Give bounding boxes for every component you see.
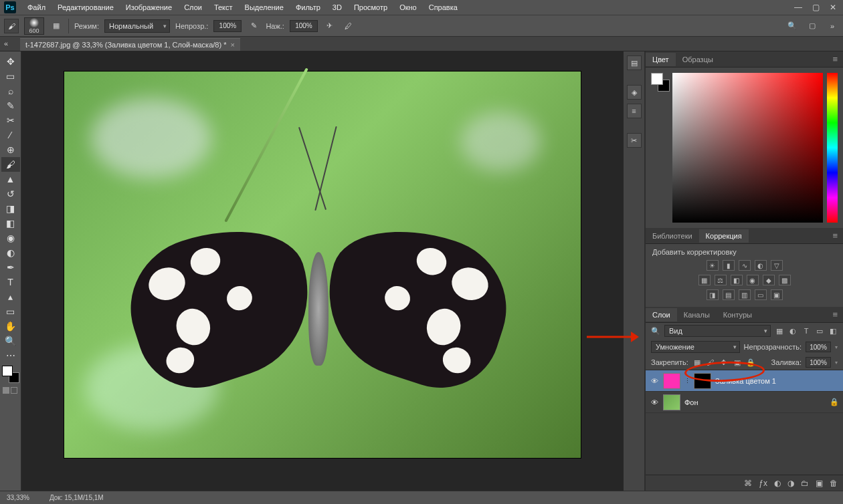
curves-icon[interactable]: ∿ <box>739 260 751 271</box>
brushes-panel-icon[interactable]: ✂ <box>627 133 642 148</box>
layer-row[interactable]: 👁 Фон 🔒 <box>646 392 843 413</box>
menu-window[interactable]: Окно <box>395 1 421 13</box>
quick-select-tool[interactable]: ✎ <box>1 98 20 113</box>
color-swatch[interactable] <box>2 366 19 383</box>
blend-mode-select[interactable]: Умножение <box>651 341 740 353</box>
invert-icon[interactable]: ◨ <box>707 289 719 300</box>
panel-menu-icon[interactable]: ≡ <box>827 231 843 241</box>
mask-icon[interactable]: ◐ <box>774 479 781 488</box>
blur-tool[interactable]: ◉ <box>1 231 20 245</box>
edit-toolbar[interactable]: ⋯ <box>1 348 20 363</box>
fx-icon[interactable]: ƒx <box>759 479 767 488</box>
selective-icon[interactable]: ▣ <box>771 289 783 300</box>
mask-thumbnail[interactable] <box>694 373 711 389</box>
lasso-tool[interactable]: ⌕ <box>1 84 20 98</box>
shape-tool[interactable]: ▭ <box>1 304 20 319</box>
close-icon[interactable]: ✕ <box>827 3 839 12</box>
bw-icon[interactable]: ◧ <box>731 275 743 285</box>
filter-shape-icon[interactable]: ▭ <box>815 326 824 336</box>
filter-pixel-icon[interactable]: ▦ <box>775 326 784 336</box>
lookup-icon[interactable]: ▩ <box>779 275 791 285</box>
layer-opacity-input[interactable]: 100% <box>806 342 831 352</box>
hand-tool[interactable]: ✋ <box>1 319 20 334</box>
lock-all-icon[interactable]: 🔒 <box>746 358 755 367</box>
tab-channels[interactable]: Каналы <box>677 308 717 322</box>
filter-type-icon[interactable]: T <box>802 326 811 336</box>
menu-edit[interactable]: Редактирование <box>53 1 118 13</box>
lock-artboard-icon[interactable]: ▣ <box>733 358 742 367</box>
layer-name[interactable]: Заливка цветом 1 <box>715 377 776 385</box>
vibrance-icon[interactable]: ▽ <box>771 260 783 271</box>
marquee-tool[interactable]: ▭ <box>1 69 20 84</box>
menu-3d[interactable]: 3D <box>328 1 347 13</box>
workspace-icon[interactable]: ▢ <box>806 19 819 33</box>
maximize-icon[interactable]: ▢ <box>810 3 822 12</box>
menu-file[interactable]: Файл <box>23 1 50 13</box>
levels-icon[interactable]: ▮ <box>723 260 735 271</box>
tab-libraries[interactable]: Библиотеки <box>646 229 699 243</box>
history-panel-icon[interactable]: ▤ <box>627 55 642 70</box>
flow-input[interactable]: 100% <box>290 20 318 32</box>
opacity-input[interactable]: 100% <box>213 20 242 32</box>
history-brush-tool[interactable]: ↺ <box>1 186 20 201</box>
layer-thumbnail[interactable] <box>663 394 680 410</box>
lock-transparent-icon[interactable]: ▦ <box>692 358 702 367</box>
filter-adjust-icon[interactable]: ◐ <box>788 326 798 336</box>
expand-icon[interactable]: » <box>826 19 839 33</box>
current-tool-icon[interactable]: 🖌 <box>4 19 19 33</box>
menu-text[interactable]: Текст <box>209 1 238 13</box>
canvas-area[interactable] <box>21 51 624 491</box>
brightness-icon[interactable]: ☀ <box>707 260 719 271</box>
zoom-level[interactable]: 33,33% <box>7 494 29 501</box>
eyedropper-tool[interactable]: ⁄ <box>1 128 20 142</box>
character-panel-icon[interactable]: ≡ <box>627 104 642 118</box>
type-tool[interactable]: T <box>1 275 20 289</box>
quick-mask-toggle[interactable] <box>3 387 19 394</box>
pressure-opacity-icon[interactable]: ✎ <box>247 19 260 33</box>
mixer-icon[interactable]: ◆ <box>763 275 775 285</box>
minimize-icon[interactable]: — <box>792 3 804 12</box>
document-tab[interactable]: t-1472687.jpg @ 33,3% (Заливка цветом 1,… <box>20 38 240 51</box>
tab-paths[interactable]: Контуры <box>717 308 759 322</box>
path-select-tool[interactable]: ▴ <box>1 289 20 304</box>
panel-menu-icon[interactable]: ≡ <box>827 309 843 320</box>
eraser-tool[interactable]: ◨ <box>1 201 20 216</box>
tab-swatches[interactable]: Образцы <box>676 53 720 66</box>
mask-link-icon[interactable]: ⋮ <box>684 378 690 384</box>
delete-icon[interactable]: 🗑 <box>830 479 838 488</box>
dodge-tool[interactable]: ◐ <box>1 245 20 260</box>
gradient-map-icon[interactable]: ▭ <box>755 289 767 300</box>
adjustment-icon[interactable]: ◑ <box>787 479 794 488</box>
photo-filter-icon[interactable]: ◉ <box>747 275 759 285</box>
group-icon[interactable]: 🗀 <box>801 479 809 488</box>
menu-layers[interactable]: Слои <box>179 1 207 13</box>
move-tool[interactable]: ✥ <box>1 54 20 69</box>
new-layer-icon[interactable]: ▣ <box>816 479 823 488</box>
visibility-icon[interactable]: 👁 <box>650 398 659 406</box>
layer-filter-select[interactable]: Вид <box>664 325 771 337</box>
menu-image[interactable]: Изображение <box>121 1 177 13</box>
healing-tool[interactable]: ⊕ <box>1 142 20 157</box>
lock-position-icon[interactable]: ✥ <box>719 358 729 367</box>
layer-row[interactable]: 👁 ⋮ Заливка цветом 1 <box>646 370 843 392</box>
document-canvas[interactable] <box>64 72 581 458</box>
posterize-icon[interactable]: ▤ <box>723 289 735 300</box>
tab-close-icon[interactable]: × <box>230 41 234 49</box>
visibility-icon[interactable]: 👁 <box>650 377 659 385</box>
search-icon[interactable]: 🔍 <box>785 19 799 33</box>
properties-panel-icon[interactable]: ◈ <box>627 85 642 100</box>
close-all-icon[interactable]: « <box>4 39 8 47</box>
filter-smart-icon[interactable]: ◧ <box>828 326 838 336</box>
exposure-icon[interactable]: ◐ <box>755 260 767 271</box>
threshold-icon[interactable]: ▥ <box>739 289 751 300</box>
color-fgbg[interactable] <box>651 73 668 90</box>
hue-icon[interactable]: ▦ <box>698 275 711 285</box>
crop-tool[interactable]: ✂ <box>1 113 20 128</box>
pen-tool[interactable]: ✒ <box>1 260 20 275</box>
zoom-tool[interactable]: 🔍 <box>1 334 20 348</box>
tab-layers[interactable]: Слои <box>646 308 677 322</box>
menu-select[interactable]: Выделение <box>240 1 288 13</box>
menu-view[interactable]: Просмотр <box>349 1 392 13</box>
layer-thumbnail[interactable] <box>663 373 680 389</box>
brush-tool[interactable]: 🖌 <box>1 157 20 172</box>
